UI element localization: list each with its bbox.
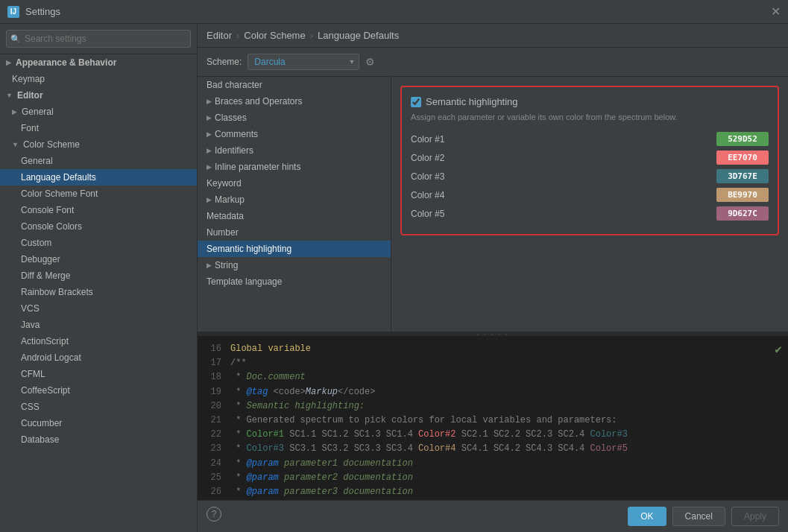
sidebar-item-debugger[interactable]: Debugger [0,251,197,267]
sidebar-item-label: Keymap [12,74,45,84]
panel-header: Editor › Color Scheme › Language Default… [198,24,788,48]
line-number: 21 [207,414,221,428]
code-line-24: 24 * @param parameter1 documentation [207,457,779,471]
tree-panel-item-semantic[interactable]: Semantic highlighting [198,241,391,257]
tree-panel-item-classes[interactable]: ▶ Classes [198,110,391,126]
code-preview: ✔ 16 Global variable 17 /** 18 * Doc.com… [198,336,788,500]
tree-panel: Bad character ▶ Braces and Operators ▶ C… [198,77,391,332]
tree-panel-item-keyword[interactable]: Keyword [198,175,391,191]
semantic-box: Semantic highlighting Assign each parame… [400,86,779,235]
sidebar-item-editor[interactable]: ▼ Editor [0,87,197,104]
sidebar-item-label: Custom [21,238,51,248]
line-number: 24 [207,457,221,471]
tree-panel-item-identifiers[interactable]: ▶ Identifiers [198,142,391,159]
cancel-button[interactable]: Cancel [672,507,725,526]
sidebar-item-label: Color Scheme Font [21,189,98,199]
sidebar-item-diff-merge[interactable]: Diff & Merge [0,267,197,284]
color-swatch-5[interactable]: 9D627C [716,206,769,221]
sidebar-item-colorscheme-general[interactable]: General [0,153,197,169]
checkmark-icon: ✔ [775,342,782,357]
color-label-5: Color #5 [411,209,444,219]
sidebar-item-vcs[interactable]: VCS [0,300,197,317]
line-number: 16 [207,342,221,356]
tree-panel-item-comments[interactable]: ▶ Comments [198,126,391,142]
tree-label: Template language [207,276,282,287]
line-content: * Semantic highlighting: [230,399,365,414]
tree-label: Comments [215,129,258,139]
line-number: 23 [207,442,221,456]
color-swatch-3[interactable]: 3D767E [716,169,769,183]
title-bar-left: IJ Settings [7,6,60,18]
sidebar-item-label: CFML [21,369,45,379]
sidebar-item-rainbow-brackets[interactable]: Rainbow Brackets [0,284,197,300]
color-swatch-2[interactable]: EE7070 [716,151,769,165]
tree-panel-item-braces[interactable]: ▶ Braces and Operators [198,93,391,110]
breadcrumb-sep: › [236,30,239,41]
code-line-27: 27 * @param parameter4 documentation [207,499,779,500]
sidebar-item-appearance[interactable]: ▶ Appearance & Behavior [0,54,197,71]
sidebar-item-css[interactable]: CSS [0,399,197,415]
breadcrumb-language-defaults: Language Defaults [318,30,399,41]
sidebar-item-language-defaults[interactable]: Language Defaults [0,169,197,186]
sidebar-item-database[interactable]: Database [0,431,197,448]
sidebar-item-keymap[interactable]: Keymap [0,71,197,87]
search-input[interactable] [6,30,191,48]
sidebar-item-console-colors[interactable]: Console Colors [0,218,197,235]
color-swatch-1[interactable]: 529D52 [716,132,769,146]
sidebar-item-java[interactable]: Java [0,317,197,333]
sidebar-item-label: CSS [21,402,40,412]
sidebar-item-custom[interactable]: Custom [0,235,197,251]
code-line-22: 22 * Color#1 SC1.1 SC1.2 SC1.3 SC1.4 Col… [207,428,779,442]
arrow-icon: ▶ [207,114,212,121]
tree-panel-item-inline-hints[interactable]: ▶ Inline parameter hints [198,159,391,175]
code-line-25: 25 * @param parameter2 documentation [207,471,779,485]
arrow-icon: ▶ [207,147,212,154]
tree-panel-item-template[interactable]: Template language [198,273,391,290]
sidebar-item-label: ActionScript [21,336,69,346]
sidebar-item-font[interactable]: Font [0,120,197,136]
close-button[interactable]: ✕ [771,4,781,19]
semantic-checkbox[interactable] [411,97,421,107]
sidebar-item-label: Language Defaults [21,172,96,183]
color-label-4: Color #4 [411,190,444,200]
sidebar-item-coffeescript[interactable]: CoffeeScript [0,382,197,399]
color-label-2: Color #2 [411,153,444,163]
tree-panel-item-metadata[interactable]: Metadata [198,208,391,224]
code-line-26: 26 * @param parameter3 documentation [207,485,779,499]
scheme-label: Scheme: [207,57,242,67]
sidebar-item-console-font[interactable]: Console Font [0,202,197,218]
code-line-21: 21 * Generated spectrum to pick colors f… [207,414,779,428]
help-button[interactable]: ? [207,507,221,522]
color-swatch-4[interactable]: BE9970 [716,188,769,202]
scheme-dropdown[interactable]: Darcula Default High Contrast [248,54,359,70]
sidebar-item-general[interactable]: ▶ General [0,104,197,120]
line-content: * @param parameter1 documentation [230,457,413,471]
sidebar-item-label: Diff & Merge [21,270,70,281]
ok-button[interactable]: OK [628,507,666,526]
sidebar-item-android-logcat[interactable]: Android Logcat [0,349,197,366]
sidebar-item-label: Java [21,320,40,330]
sidebar-item-label: Rainbow Brackets [21,287,93,297]
line-number: 17 [207,356,221,370]
apply-button[interactable]: Apply [731,507,779,526]
arrow-icon: ▶ [12,108,17,115]
color-row-5: Color #5 9D627C [411,206,769,221]
sidebar-item-actionscript[interactable]: ActionScript [0,333,197,349]
sidebar-item-colorscheme[interactable]: ▼ Color Scheme [0,136,197,153]
tree-panel-item-bad-char[interactable]: Bad character [198,77,391,93]
gear-icon[interactable]: ⚙ [365,56,375,68]
tree-label: Classes [215,113,247,123]
tree-panel-item-markup[interactable]: ▶ Markup [198,191,391,208]
sidebar-item-label: General [22,107,54,117]
tree-panel-item-number[interactable]: Number [198,224,391,241]
sidebar-item-cucumber[interactable]: Cucumber [0,415,197,431]
app-icon: IJ [7,6,19,18]
sidebar-item-cfml[interactable]: CFML [0,366,197,382]
color-row-1: Color #1 529D52 [411,132,769,146]
sidebar-item-colorscheme-font[interactable]: Color Scheme Font [0,186,197,202]
arrow-icon: ▼ [12,141,19,148]
line-content: * Color#3 SC3.1 SC3.2 SC3.3 SC3.4 Color#… [230,442,628,456]
tree-panel-item-string[interactable]: ▶ String [198,257,391,273]
color-label-1: Color #1 [411,134,444,145]
arrow-icon: ▶ [207,262,212,269]
